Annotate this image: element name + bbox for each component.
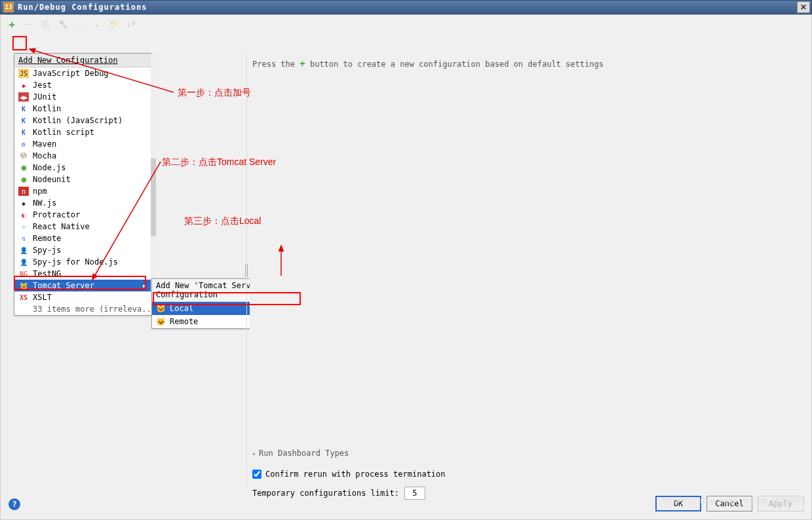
help-icon[interactable]: ? (9, 498, 20, 510)
apply-button[interactable]: Apply (758, 496, 803, 511)
scrollbar-track[interactable] (151, 54, 156, 315)
config-item-label: Tomcat Server (33, 281, 94, 290)
config-item-testng[interactable]: NGTestNG (14, 268, 151, 280)
ic-react-icon: ⚛ (18, 222, 29, 231)
config-item-spy-js[interactable]: 👤Spy-js (14, 244, 151, 256)
config-item-react-native[interactable]: ⚛React Native (14, 221, 151, 232)
config-item-label: Kotlin (33, 104, 61, 113)
config-item-more[interactable]: 33 items more (irreleva... (14, 303, 151, 315)
scrollbar-thumb[interactable] (151, 158, 156, 237)
submenu-item-label: Remote (170, 317, 198, 326)
config-item-label: Spy-js (33, 246, 61, 255)
ic-mocha-icon: Ⓜ (18, 151, 29, 160)
ok-button[interactable]: OK (655, 496, 701, 511)
ic-spy-icon: 👤 (18, 246, 29, 255)
ic-prot-icon: ◐ (18, 210, 29, 219)
wrench-icon[interactable]: 🔧 (57, 18, 69, 30)
config-item-label: Kotlin (JavaScript) (33, 116, 123, 125)
copy-button[interactable]: ⿻ (40, 18, 52, 30)
ic-spy-icon: 👤 (18, 257, 29, 267)
config-item-kotlin-javascript-[interactable]: KKotlin (JavaScript) (14, 115, 151, 126)
config-item-label: JUnit (33, 92, 56, 102)
move-up-button[interactable]: ↑ (74, 18, 86, 30)
config-item-label: JavaScript Debug (33, 69, 109, 78)
annotation-step2: 第二步：点击Tomcat Server (162, 157, 276, 168)
config-item-label: Jest (33, 81, 52, 90)
config-item-kotlin-script[interactable]: KKotlin script (14, 126, 151, 138)
ic-tomcat-icon: 🐱 (18, 281, 29, 290)
config-item-label: Spy-js for Node.js (33, 257, 118, 267)
dialog-buttons: OK Cancel Apply (655, 496, 803, 511)
config-item-npm[interactable]: nnpm (14, 185, 151, 197)
temp-limit-label: Temporary configurations limit: (252, 489, 399, 498)
hint-text: Press the + button to create a new confi… (250, 53, 805, 74)
window-title: Run/Debug Configurations (18, 3, 147, 12)
dashboard-types-row[interactable]: ▸ Run Dashboard Types (252, 446, 805, 460)
config-item-label: Nodeunit (33, 175, 71, 184)
config-list: JSJavaScript Debug◆Jest◀▶JUnitKKotlinKKo… (14, 67, 151, 315)
separator-handle[interactable] (244, 264, 248, 277)
config-item-nodeunit[interactable]: ⬢Nodeunit (14, 174, 151, 185)
config-item-junit[interactable]: ◀▶JUnit (14, 91, 151, 103)
config-item-label: npm (33, 187, 47, 196)
hint-plus-icon: + (300, 58, 305, 69)
folder-icon[interactable]: 📁 (108, 18, 120, 30)
ic-testng-icon: NG (18, 269, 29, 278)
ic-node-icon: ⬢ (18, 163, 29, 172)
config-item-tomcat-server[interactable]: 🐱Tomcat Server▸ (14, 280, 151, 291)
config-item-mocha[interactable]: ⓂMocha (14, 150, 151, 162)
ic-junit-icon: ◀▶ (18, 92, 29, 102)
toolbar: + − ⿻ 🔧 ↑ ↓ 📁 ↓ª (1, 15, 811, 33)
titlebar: IJ Run/Debug Configurations ✕ (0, 0, 812, 14)
config-item-label: Maven (33, 139, 56, 149)
ic-kotlin-icon: K (18, 116, 29, 125)
config-item-xslt[interactable]: XSXSLT (14, 291, 151, 303)
right-panel: Press the + button to create a new confi… (250, 53, 805, 487)
close-icon[interactable]: ✕ (797, 1, 810, 13)
ic-node-icon: ⬢ (18, 175, 29, 184)
config-item-label: Kotlin script (33, 128, 94, 137)
add-button[interactable]: + (6, 18, 18, 30)
tomcat-icon: 🐱 (156, 304, 166, 313)
config-item-label: Protractor (33, 210, 80, 219)
add-configuration-menu: Add New Configuration JSJavaScript Debug… (14, 53, 151, 316)
dashboard-section: ▸ Run Dashboard Types (252, 446, 805, 460)
ic-maven-icon: ⚙ (18, 139, 29, 149)
config-item-label: Remote (33, 234, 61, 243)
ic-remote-icon: ↯ (18, 234, 29, 243)
config-item-kotlin[interactable]: KKotlin (14, 103, 151, 115)
ic-kotlin-icon: K (18, 128, 29, 137)
tomcat-icon: 🐱 (156, 317, 166, 326)
menu-header: Add New Configuration (14, 54, 151, 67)
config-item-label: XSLT (33, 293, 52, 302)
config-item-label: Mocha (33, 151, 56, 160)
config-item-remote[interactable]: ↯Remote (14, 232, 151, 244)
ic-js-icon: JS (18, 69, 29, 78)
config-item-jest[interactable]: ◆Jest (14, 79, 151, 91)
config-item-protractor[interactable]: ◐Protractor (14, 209, 151, 221)
config-item-label: NW.js (33, 198, 56, 208)
config-item-spy-js-for-node-js[interactable]: 👤Spy-js for Node.js (14, 256, 151, 268)
dialog-content: + − ⿻ 🔧 ↑ ↓ 📁 ↓ª Add New Configuration J… (0, 14, 812, 520)
submenu-item-label: Local (170, 304, 193, 313)
ic-xslt-icon: XS (18, 293, 29, 302)
confirm-rerun-label: Confirm rerun with process termination (265, 470, 446, 479)
ic-jest-icon: ◆ (18, 81, 29, 90)
expand-icon: ▸ (252, 450, 256, 457)
annotation-box-add (12, 36, 27, 50)
remove-button[interactable]: − (23, 18, 35, 30)
ic-nw-icon: ◆ (18, 198, 29, 208)
dashboard-title: Run Dashboard Types (259, 449, 349, 458)
move-down-button[interactable]: ↓ (91, 18, 103, 30)
config-item-label: Node.js (33, 163, 66, 172)
confirm-rerun-checkbox[interactable] (252, 470, 261, 479)
config-item-javascript-debug[interactable]: JSJavaScript Debug (14, 67, 151, 79)
temp-limit-input[interactable] (404, 487, 425, 500)
config-item-node-js[interactable]: ⬢Node.js (14, 162, 151, 174)
sort-icon[interactable]: ↓ª (125, 18, 137, 30)
config-item-nw-js[interactable]: ◆NW.js (14, 197, 151, 209)
config-item-maven[interactable]: ⚙Maven (14, 138, 151, 150)
annotation-step3: 第三步：点击Local (184, 215, 261, 227)
ic-kotlin-icon: K (18, 104, 29, 113)
cancel-button[interactable]: Cancel (706, 496, 752, 511)
